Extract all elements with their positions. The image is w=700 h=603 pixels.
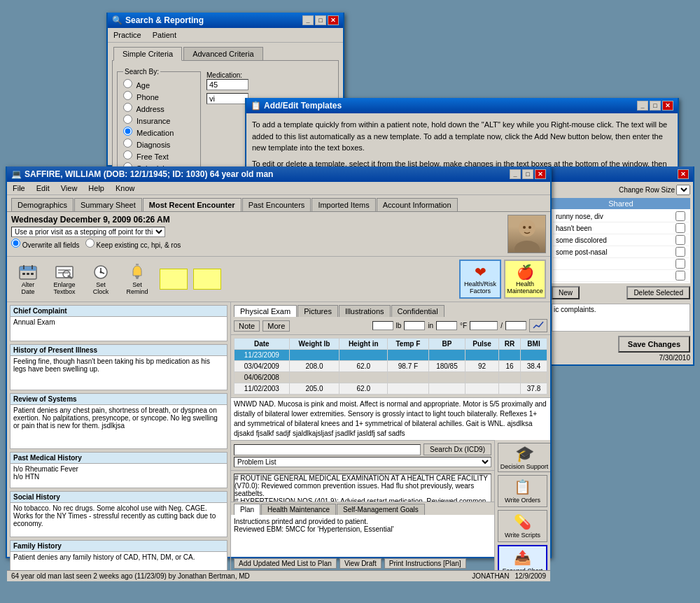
- tab-demographics[interactable]: Demographics: [11, 198, 74, 211]
- shared-close-button[interactable]: ✕: [678, 169, 689, 179]
- vitals-row-3[interactable]: 11/02/2003 205.0 62.0 37.8: [234, 383, 547, 395]
- decision-support-button[interactable]: 🎓 Decision Support: [498, 443, 550, 472]
- radio-address[interactable]: [123, 103, 132, 112]
- forward-chart-button[interactable]: 📤 Forward Chart: [498, 545, 547, 570]
- medication-search-input[interactable]: [206, 93, 248, 104]
- tab-confidential[interactable]: Confidential: [391, 305, 444, 317]
- bottom-tab-plan[interactable]: Plan: [234, 504, 260, 515]
- radio-medication[interactable]: [123, 127, 132, 136]
- enlarge-textbox-button[interactable]: EnlargeTextbox: [48, 261, 81, 297]
- tab-physical-exam[interactable]: Physical Exam: [234, 305, 297, 317]
- menu-know[interactable]: Know: [113, 183, 138, 194]
- tab-most-recent-encounter[interactable]: Most Recent Encounter: [143, 198, 241, 211]
- keep-existing-radio[interactable]: [85, 239, 94, 248]
- menu-edit[interactable]: Edit: [34, 183, 52, 194]
- main-maximize-button[interactable]: □: [522, 169, 533, 179]
- radio-age[interactable]: [123, 79, 132, 88]
- bp-input[interactable]: [470, 321, 498, 330]
- tab-account-information[interactable]: Account Information: [377, 198, 458, 211]
- vitals-row-2[interactable]: 04/06/2008: [234, 372, 547, 383]
- dx-select[interactable]: Problem List: [234, 457, 491, 467]
- close-button[interactable]: ✕: [328, 15, 339, 25]
- complaint-check-4[interactable]: [675, 247, 686, 257]
- more-button[interactable]: More: [262, 320, 290, 332]
- social-history-header: Social History: [10, 492, 227, 503]
- weight-input[interactable]: [372, 321, 393, 330]
- decision-support-icon: 🎓: [515, 445, 534, 463]
- delete-selected-button[interactable]: Delete Selected: [626, 286, 690, 299]
- pmh-input[interactable]: [13, 465, 224, 485]
- hpi-input[interactable]: [13, 357, 224, 387]
- medication-value-input[interactable]: [206, 79, 248, 90]
- col-date: Date: [234, 339, 290, 350]
- menu-view[interactable]: View: [58, 183, 80, 194]
- plan-content[interactable]: [231, 515, 494, 557]
- search-menu-practice[interactable]: Practice: [111, 29, 144, 41]
- radio-insurance[interactable]: [123, 115, 132, 124]
- complaint-check-5[interactable]: [675, 259, 686, 269]
- menu-help[interactable]: Help: [85, 183, 107, 194]
- social-history-input[interactable]: [13, 504, 224, 534]
- write-scripts-button[interactable]: 💊 Write Scripts: [498, 510, 547, 542]
- search-menu-bar: Practice Patient: [108, 28, 343, 43]
- complaint-row-4: some post-nasal: [553, 246, 689, 258]
- tab-imported-items[interactable]: Imported Items: [312, 198, 375, 211]
- health-maintenance-button[interactable]: 🍎 HealthMaintenance: [504, 260, 546, 299]
- note-button[interactable]: Note: [234, 320, 260, 332]
- tab-summary-sheet[interactable]: Summary Sheet: [74, 198, 142, 211]
- minimize-button[interactable]: _: [302, 15, 314, 25]
- health-risk-button[interactable]: ❤ Health/RiskFactors: [459, 260, 501, 299]
- vitals-row-0[interactable]: 11/23/2009: [234, 350, 547, 361]
- main-close-button[interactable]: ✕: [535, 169, 546, 179]
- vitals-row-1[interactable]: 03/04/2009 208.0 62.0 98.7 F 180/85 92 1…: [234, 361, 547, 372]
- chart-button[interactable]: [529, 319, 547, 332]
- change-row-size-select[interactable]: [676, 185, 690, 195]
- bottom-tab-self-management[interactable]: Self-Management Goals: [337, 504, 425, 515]
- ros-input[interactable]: [13, 406, 224, 446]
- radio-diagnosis[interactable]: [123, 139, 132, 148]
- overwrite-radio[interactable]: [11, 239, 20, 248]
- save-changes-button[interactable]: Save Changes: [618, 336, 690, 353]
- col-height: Height in: [340, 339, 388, 350]
- visit-select[interactable]: Use a prior visit as a stepping off poin…: [11, 227, 165, 237]
- chief-complaint-input[interactable]: [13, 318, 224, 338]
- temp-input[interactable]: [436, 321, 457, 330]
- complaint-check-6[interactable]: [675, 271, 686, 281]
- tab-pictures[interactable]: Pictures: [298, 305, 338, 317]
- tab-past-encounters[interactable]: Past Encounters: [242, 198, 312, 211]
- menu-file[interactable]: File: [10, 183, 28, 194]
- view-draft-button[interactable]: View Draft: [340, 558, 382, 569]
- print-instructions-button[interactable]: Print Instructions [Plan]: [384, 558, 466, 569]
- family-history-input[interactable]: [13, 553, 224, 570]
- new-button[interactable]: New: [552, 286, 580, 299]
- complaint-check-3[interactable]: [675, 235, 686, 245]
- search-menu-patient[interactable]: Patient: [150, 29, 179, 41]
- assessment-input[interactable]: [234, 474, 491, 502]
- main-window-titlebar: 💻 SAFFIRE, WILLIAM (DOB: 12/1/1945; ID: …: [7, 166, 550, 182]
- set-remind-button[interactable]: SetRemind: [120, 261, 154, 297]
- templates-maximize-button[interactable]: □: [650, 101, 661, 111]
- main-minimize-button[interactable]: _: [510, 169, 521, 179]
- bp2-input[interactable]: [505, 321, 526, 330]
- alter-date-button[interactable]: AlterDate: [11, 261, 45, 297]
- bottom-tab-health-maintenance[interactable]: Health Maintenance: [261, 504, 336, 515]
- maximize-button[interactable]: □: [315, 15, 326, 25]
- add-med-list-button[interactable]: Add Updated Med List to Plan: [234, 558, 337, 569]
- dx-search-input[interactable]: [234, 444, 421, 455]
- height-input[interactable]: [404, 321, 425, 330]
- templates-minimize-button[interactable]: _: [637, 101, 648, 111]
- tab-simple-criteria[interactable]: Simple Criteria: [113, 47, 182, 61]
- templates-close-button[interactable]: ✕: [662, 101, 673, 111]
- write-orders-button[interactable]: 📋 Write Orders: [498, 475, 547, 507]
- set-clock-button[interactable]: SetClock: [84, 261, 118, 297]
- radio-free-text[interactable]: [123, 150, 132, 159]
- radio-phone[interactable]: [123, 91, 132, 100]
- plan-input[interactable]: [234, 518, 491, 553]
- tab-illustrations[interactable]: Illustrations: [339, 305, 391, 317]
- tab-advanced-criteria[interactable]: Advanced Criteria: [183, 47, 262, 60]
- complaint-check-2[interactable]: [675, 223, 686, 233]
- exam-notes-area[interactable]: WNWD NAD. Mucosa is pink and moist. Affe…: [231, 397, 550, 440]
- apple-icon: 🍎: [517, 264, 534, 281]
- complaint-check-1[interactable]: [675, 211, 686, 221]
- dx-search-button[interactable]: Search Dx (ICD9): [424, 444, 491, 455]
